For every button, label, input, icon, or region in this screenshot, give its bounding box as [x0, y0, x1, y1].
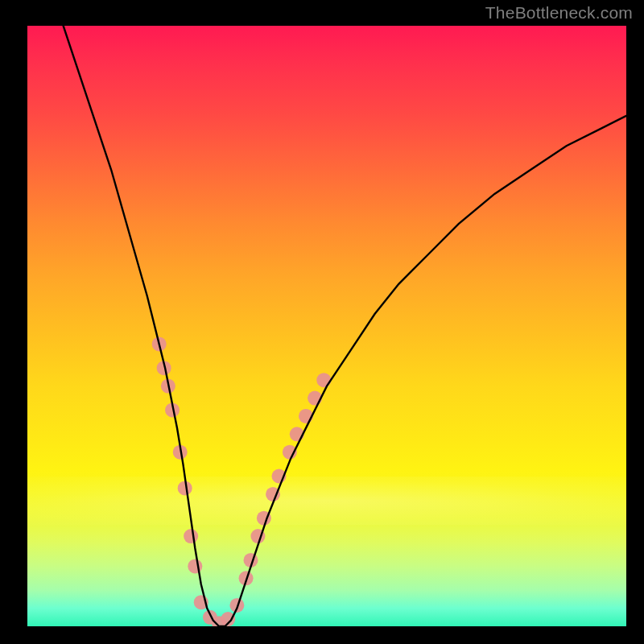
chart-svg [27, 26, 626, 626]
marker-layer [152, 336, 332, 626]
plot-area [27, 26, 626, 626]
watermark-text: TheBottleneck.com [485, 3, 633, 23]
marker-dot [188, 559, 202, 573]
marker-dot [316, 373, 331, 387]
bottleneck-curve [64, 26, 626, 626]
chart-stage: TheBottleneck.com [0, 0, 644, 644]
marker-dot [184, 529, 198, 543]
